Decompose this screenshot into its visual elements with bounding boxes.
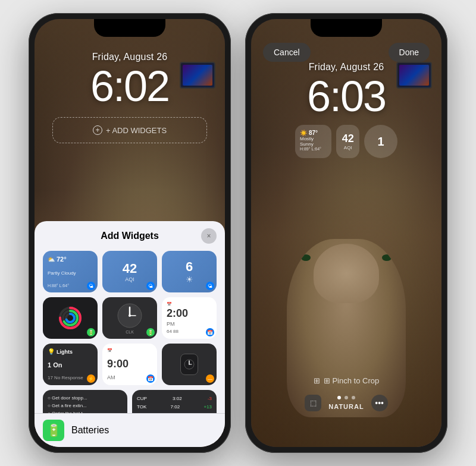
right-aqi-number: 42 bbox=[342, 133, 354, 145]
style-selector: ⬚ NATURAL ••• bbox=[305, 395, 387, 411]
activity-badge: 🔋 bbox=[87, 328, 95, 336]
lights-widget[interactable]: 💡 Lights 1 On 17 No Response ⚡ bbox=[43, 344, 98, 385]
style-dots bbox=[337, 396, 355, 399]
clock-badge: 🔋 bbox=[146, 328, 155, 336]
aqi-badge: 🌤 bbox=[146, 282, 155, 290]
done-button[interactable]: Done bbox=[389, 43, 430, 62]
right-notch bbox=[311, 19, 382, 37]
svg-point-9 bbox=[129, 314, 131, 317]
add-icon: + bbox=[93, 125, 102, 135]
style-dot-3[interactable] bbox=[352, 396, 355, 399]
date-display: Friday, August 26 bbox=[92, 52, 168, 62]
right-widgets-row: ☀️ 87° Mostly Sunny H:89° L:64° 42 AQI 1 bbox=[286, 125, 407, 158]
pinch-label: ⊞ Pinch to Crop bbox=[324, 376, 379, 385]
right-weather-condition: Mostly Sunny bbox=[300, 136, 327, 147]
left-phone: Friday, August 26 6:02 + + ADD WIDGETS A… bbox=[29, 13, 231, 453]
batteries-icon: 🔋 bbox=[43, 420, 64, 441]
add-widgets-label: + ADD WIDGETS bbox=[106, 126, 167, 135]
brightness-widget[interactable]: 6 ☀ 🌤 bbox=[162, 251, 217, 292]
widget-row-3: 💡 Lights 1 On 17 No Response ⚡ 📅 9:00 AM… bbox=[43, 344, 217, 385]
style-label: NATURAL bbox=[328, 403, 364, 410]
widget-row-1: ⛅ 72° Partly Cloudy H:88° L:64° 🌤 42 AQI… bbox=[43, 251, 217, 292]
weather-widget[interactable]: ⛅ 72° Partly Cloudy H:88° L:64° 🌤 bbox=[43, 251, 98, 292]
reminder-cal-widget[interactable]: 📅 9:00 AM 📅 bbox=[102, 344, 157, 385]
watch-badge: — bbox=[206, 374, 214, 383]
left-phone-screen: Friday, August 26 6:02 + + ADD WIDGETS A… bbox=[35, 19, 225, 447]
time-display: 6:02 bbox=[90, 65, 169, 108]
right-brightness-number: 1 bbox=[377, 135, 384, 149]
activity-widget[interactable]: 🔋 bbox=[43, 297, 98, 339]
right-brightness-widget[interactable]: 1 bbox=[364, 125, 397, 158]
cal-badge: 📅 bbox=[206, 328, 214, 336]
weather-badge: 🌤 bbox=[87, 282, 95, 290]
watch-widget[interactable]: — bbox=[162, 344, 217, 385]
right-aqi-label: AQI bbox=[344, 145, 352, 150]
right-aqi-widget[interactable]: 42 AQI bbox=[336, 125, 359, 158]
clock-analog-widget[interactable]: CLK 🔋 bbox=[102, 297, 157, 339]
bottom-controls: ⊞ ⊞ Pinch to Crop ⬚ NATURAL ••• bbox=[251, 376, 441, 411]
right-weather-widget[interactable]: ☀️ 87° Mostly Sunny H:89° L:64° bbox=[295, 125, 331, 158]
right-weather-range: H:89° L:64° bbox=[300, 147, 327, 151]
cancel-button[interactable]: Cancel bbox=[263, 43, 311, 62]
batteries-label: Batteries bbox=[71, 425, 109, 436]
add-widgets-button[interactable]: + + ADD WIDGETS bbox=[52, 117, 207, 143]
panel-title: Add Widgets bbox=[58, 231, 201, 241]
close-panel-button[interactable]: × bbox=[201, 228, 217, 244]
right-date-display: Friday, August 26 bbox=[309, 62, 384, 73]
lights-badge: ⚡ bbox=[87, 374, 95, 383]
brightness-badge: 🌤 bbox=[206, 282, 214, 290]
right-weather-temp: 87° bbox=[309, 130, 318, 136]
panel-header: Add Widgets × bbox=[43, 228, 217, 244]
right-phone-screen: Cancel Done Friday, August 26 6:03 ☀️ 87… bbox=[251, 19, 441, 447]
rem-cal-badge: 📅 bbox=[146, 374, 155, 383]
cal-time-widget[interactable]: 📅 2:00 PM 64 88 📅 bbox=[162, 297, 217, 339]
right-phone: Cancel Done Friday, August 26 6:03 ☀️ 87… bbox=[245, 13, 447, 453]
wallpaper-style-icon[interactable]: ⬚ bbox=[305, 395, 321, 411]
top-buttons: Cancel Done bbox=[251, 43, 441, 62]
style-dot-2[interactable] bbox=[345, 396, 348, 399]
more-options-button[interactable]: ••• bbox=[371, 395, 388, 411]
aqi-widget[interactable]: 42 AQI 🌤 bbox=[102, 251, 157, 292]
notch bbox=[94, 19, 165, 37]
add-widgets-panel: Add Widgets × ⛅ 72° Partly Cloudy H:88° … bbox=[35, 221, 225, 447]
right-time-display: 6:03 bbox=[307, 75, 386, 118]
style-dot-1[interactable] bbox=[337, 396, 341, 399]
widget-row-2: 🔋 CLK 🔋 bbox=[43, 297, 217, 339]
batteries-bar: 🔋 Batteries bbox=[35, 413, 225, 447]
pinch-to-crop-hint: ⊞ ⊞ Pinch to Crop bbox=[314, 376, 379, 385]
pinch-icon: ⊞ bbox=[314, 376, 320, 385]
